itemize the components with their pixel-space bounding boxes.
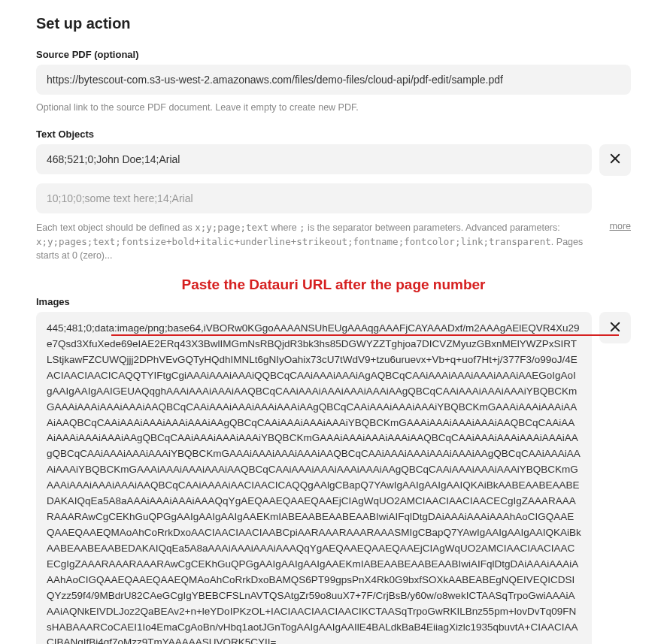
images-textarea[interactable] <box>36 312 592 644</box>
text-objects-placeholder-row[interactable]: 10;10;0;some text here;14;Arial <box>36 183 592 213</box>
close-icon <box>608 320 622 336</box>
text-objects-input[interactable] <box>36 144 592 174</box>
annotation-overlay: Paste the Datauri URL after the page num… <box>36 277 631 293</box>
text-objects-label: Text Objects <box>36 128 631 140</box>
source-pdf-help: Optional link to the source PDF document… <box>36 101 631 115</box>
text-objects-help: Each text object should be defined as x;… <box>36 221 595 263</box>
remove-image-button[interactable] <box>599 312 631 343</box>
images-label: Images <box>36 296 631 307</box>
source-pdf-section: Source PDF (optional) Optional link to t… <box>36 49 631 115</box>
text-objects-more-link[interactable]: more <box>610 221 631 231</box>
images-section: Images <box>36 296 631 644</box>
source-pdf-input[interactable] <box>36 65 631 95</box>
close-icon <box>608 152 622 168</box>
text-objects-section: Text Objects 10;10;0;some text here;14;A… <box>36 128 631 263</box>
source-pdf-label: Source PDF (optional) <box>36 49 631 60</box>
page-title: Set up action <box>36 15 631 32</box>
remove-text-object-button[interactable] <box>599 144 631 176</box>
